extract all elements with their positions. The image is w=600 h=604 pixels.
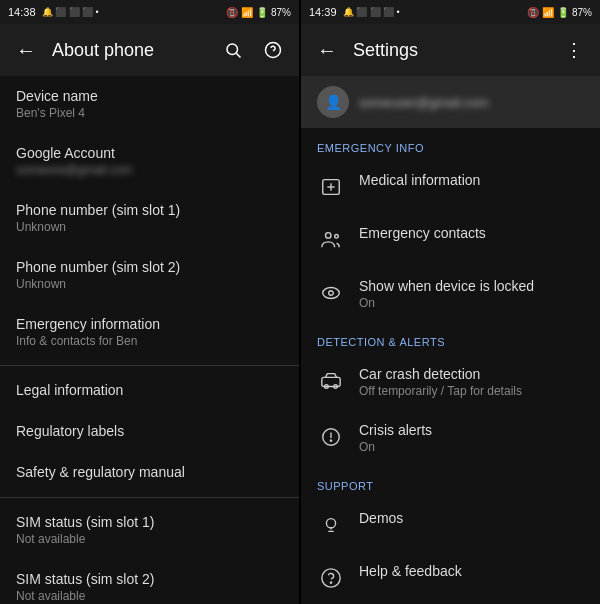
divider-2 xyxy=(0,497,299,498)
signal-icon: 📵 xyxy=(226,7,238,18)
svg-point-10 xyxy=(329,291,334,296)
item-emergency-contacts[interactable]: Emergency contacts xyxy=(301,213,600,266)
list-item-regulatory-labels[interactable]: Regulatory labels xyxy=(0,411,299,452)
list-item-phone-sim1[interactable]: Phone number (sim slot 1) Unknown xyxy=(0,190,299,247)
svg-point-18 xyxy=(322,569,340,587)
left-status-bar: 14:38 🔔 ⬛ ⬛ ⬛ • 📵 📶 🔋 87% xyxy=(0,0,299,24)
list-item-emergency-info[interactable]: Emergency information Info & contacts fo… xyxy=(0,304,299,361)
right-content: 👤 someuser@gmail.com EMERGENCY INFO Medi… xyxy=(301,76,600,604)
battery-icon: 🔋 xyxy=(256,7,268,18)
crisis-alerts-icon xyxy=(317,423,345,451)
list-item-phone-sim2[interactable]: Phone number (sim slot 2) Unknown xyxy=(0,247,299,304)
svg-point-8 xyxy=(335,235,339,239)
car-crash-icon xyxy=(317,367,345,395)
list-item-sim-status2[interactable]: SIM status (sim slot 2) Not available xyxy=(0,559,299,604)
right-status-right: 📵 📶 🔋 87% xyxy=(527,7,592,18)
svg-point-9 xyxy=(323,288,340,299)
list-item-sim-status1[interactable]: SIM status (sim slot 1) Not available xyxy=(0,502,299,559)
right-signal-icon: 📵 xyxy=(527,7,539,18)
demos-icon xyxy=(317,511,345,539)
item-medical-info[interactable]: Medical information xyxy=(301,160,600,213)
eye-lock-icon xyxy=(317,279,345,307)
emergency-contacts-icon xyxy=(317,226,345,254)
right-wifi-icon: 📶 xyxy=(542,7,554,18)
left-screen: 14:38 🔔 ⬛ ⬛ ⬛ • 📵 📶 🔋 87% ← About phone xyxy=(0,0,299,604)
toolbar-actions xyxy=(215,32,291,68)
right-status-time: 14:39 🔔 ⬛ ⬛ ⬛ • xyxy=(309,6,400,18)
battery-label: 87% xyxy=(271,7,291,18)
right-page-title: Settings xyxy=(345,40,556,61)
page-title: About phone xyxy=(44,40,215,61)
right-notification-icons: 🔔 ⬛ ⬛ ⬛ • xyxy=(343,7,400,17)
svg-point-0 xyxy=(227,44,238,55)
svg-point-17 xyxy=(326,519,335,528)
right-status-bar: 14:39 🔔 ⬛ ⬛ ⬛ • 📵 📶 🔋 87% xyxy=(301,0,600,24)
right-battery-label: 87% xyxy=(572,7,592,18)
item-show-locked[interactable]: Show when device is locked On xyxy=(301,266,600,322)
right-back-button[interactable]: ← xyxy=(309,32,345,68)
search-button[interactable] xyxy=(215,32,251,68)
back-button[interactable]: ← xyxy=(8,32,44,68)
section-support: SUPPORT xyxy=(301,466,600,498)
item-demos[interactable]: Demos xyxy=(301,498,600,551)
account-bar[interactable]: 👤 someuser@gmail.com xyxy=(301,76,600,128)
section-emergency-info: EMERGENCY INFO xyxy=(301,128,600,160)
item-help-feedback[interactable]: Help & feedback xyxy=(301,551,600,604)
left-status-time: 14:38 🔔 ⬛ ⬛ ⬛ • xyxy=(8,6,99,18)
notification-icons: 🔔 ⬛ ⬛ ⬛ • xyxy=(42,7,99,17)
list-item-safety-manual[interactable]: Safety & regulatory manual xyxy=(0,452,299,493)
section-detection-alerts: DETECTION & ALERTS xyxy=(301,322,600,354)
list-item-google-account[interactable]: Google Account someone@gmail.com xyxy=(0,133,299,190)
divider-1 xyxy=(0,365,299,366)
right-toolbar: ← Settings ⋮ xyxy=(301,24,600,76)
account-avatar: 👤 xyxy=(317,86,349,118)
wifi-icon: 📶 xyxy=(241,7,253,18)
svg-point-7 xyxy=(326,233,332,239)
item-crisis-alerts[interactable]: Crisis alerts On xyxy=(301,410,600,466)
list-item-device-name[interactable]: Device name Ben's Pixel 4 xyxy=(0,76,299,133)
left-toolbar: ← About phone xyxy=(0,24,299,76)
help-feedback-icon xyxy=(317,564,345,592)
more-button[interactable]: ⋮ xyxy=(556,32,592,68)
account-email: someuser@gmail.com xyxy=(359,95,489,110)
right-screen: 14:39 🔔 ⬛ ⬛ ⬛ • 📵 📶 🔋 87% ← Settings ⋮ 👤… xyxy=(301,0,600,604)
medical-icon xyxy=(317,173,345,201)
list-item-legal-info[interactable]: Legal information xyxy=(0,370,299,411)
right-battery-icon: 🔋 xyxy=(557,7,569,18)
left-status-right: 📵 📶 🔋 87% xyxy=(226,7,291,18)
svg-point-16 xyxy=(330,440,331,441)
right-time-label: 14:39 xyxy=(309,6,337,18)
blurred-email: someone@gmail.com xyxy=(16,163,283,177)
svg-line-1 xyxy=(236,53,240,57)
item-car-crash[interactable]: Car crash detection Off temporarily / Ta… xyxy=(301,354,600,410)
time-label: 14:38 xyxy=(8,6,36,18)
help-button[interactable] xyxy=(255,32,291,68)
left-content: Device name Ben's Pixel 4 Google Account… xyxy=(0,76,299,604)
svg-point-19 xyxy=(330,582,331,583)
